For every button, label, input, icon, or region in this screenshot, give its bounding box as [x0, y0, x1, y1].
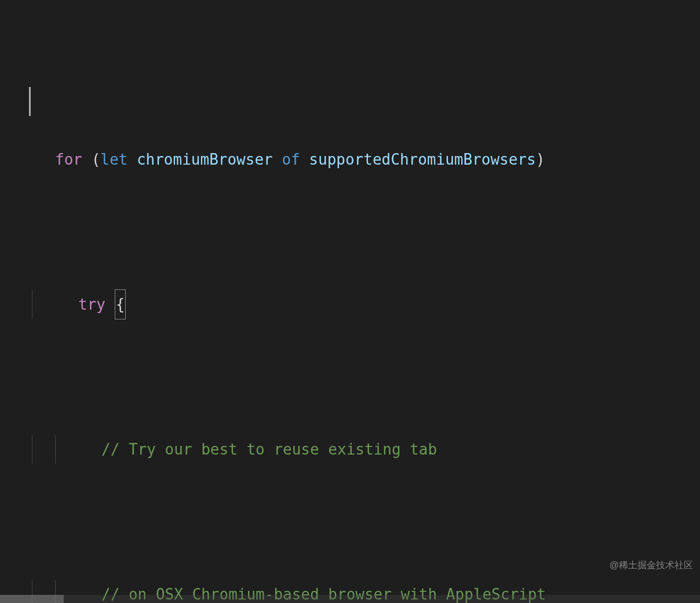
scrollbar-thumb[interactable] — [0, 595, 64, 603]
code-line[interactable]: for (let chromiumBrowser of supportedChr… — [32, 145, 700, 174]
code-line[interactable]: try { — [32, 290, 700, 319]
brace-open: { — [115, 289, 126, 319]
variable: supportedChromiumBrowsers — [309, 145, 535, 174]
keyword-of: of — [282, 145, 300, 174]
keyword-let: let — [100, 145, 127, 174]
keyword-try: try — [78, 290, 105, 319]
comment: // Try our best to reuse existing tab — [101, 435, 437, 464]
horizontal-scrollbar[interactable] — [0, 595, 700, 603]
variable: chromiumBrowser — [137, 145, 273, 174]
code-line[interactable]: // Try our best to reuse existing tab — [32, 435, 700, 464]
code-editor[interactable]: for (let chromiumBrowser of supportedChr… — [0, 0, 700, 603]
cursor-indicator — [29, 87, 31, 116]
watermark-text: @稀土掘金技术社区 — [610, 560, 693, 572]
keyword-for: for — [55, 145, 82, 174]
